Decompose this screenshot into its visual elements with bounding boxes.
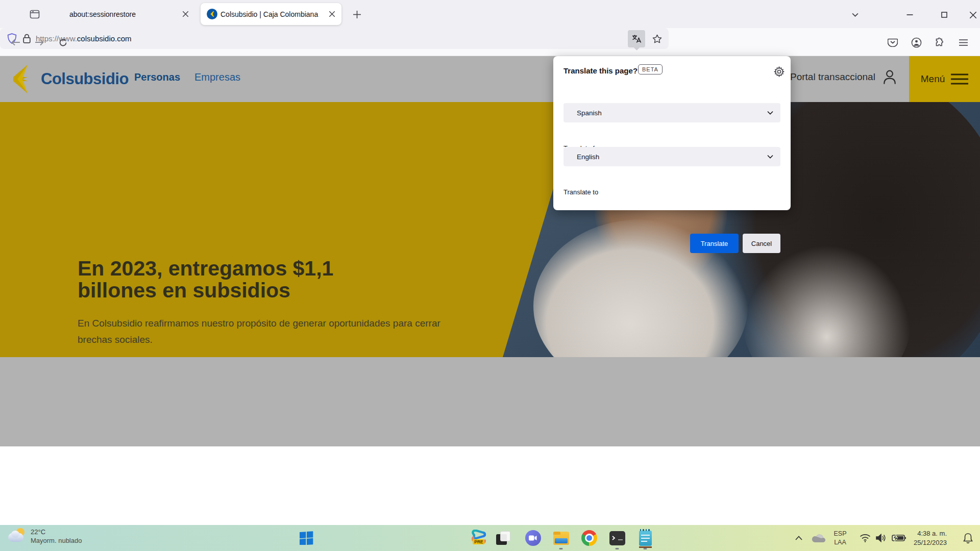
translate-to-label: Translate to: [564, 188, 598, 196]
menu-icon[interactable]: [955, 35, 971, 50]
clock-time: 4:38 a. m.: [917, 529, 947, 538]
weather-text: 22°C Mayorm. nublado: [31, 528, 82, 545]
menu-button[interactable]: Menú: [909, 56, 980, 102]
onedrive-icon[interactable]: [809, 525, 827, 551]
tab-title: Colsubsidio | Caja Colombiana: [220, 10, 323, 18]
lock-icon[interactable]: [23, 34, 31, 43]
nav-personas[interactable]: Personas: [134, 71, 180, 83]
logo-text: Colsubsidio: [41, 70, 129, 88]
translate-from-select[interactable]: Spanish: [564, 103, 780, 122]
taskbar-clock[interactable]: 4:38 a. m. 25/12/2023: [914, 525, 947, 551]
browser-tab-bar: about:sessionrestore Colsubsidio | Caja …: [0, 0, 980, 28]
account-icon[interactable]: [909, 35, 924, 50]
translate-popup: Translate this page? BETA Translate from…: [553, 56, 791, 210]
tray-chevron-up-icon[interactable]: [790, 525, 807, 551]
lang-line1: ESP: [834, 530, 846, 538]
close-window-icon[interactable]: [966, 8, 980, 21]
back-icon[interactable]: [8, 35, 23, 50]
weather-widget[interactable]: 22°C Mayorm. nublado: [7, 527, 82, 546]
hero-body: En Colsubsidio reafirmamos nuestro propó…: [78, 315, 450, 348]
teams-chat-icon[interactable]: [522, 525, 544, 551]
hero-banner: En 2023, entregamos $1,1billones en subs…: [0, 102, 980, 357]
notepad-icon[interactable]: [634, 525, 656, 551]
translate-icon[interactable]: [628, 30, 645, 47]
url-bar[interactable]: https://www.colsubsidio.com: [0, 28, 669, 49]
popup-title: Translate this page?: [564, 66, 638, 75]
taskbar: 22°C Mayorm. nublado 1 Buscar PRE: [0, 525, 980, 551]
weather-desc: Mayorm. nublado: [31, 537, 82, 545]
running-indicator: [644, 548, 647, 550]
running-indicator: [559, 548, 563, 550]
portal-label: Portal transaccional: [790, 71, 875, 83]
language-indicator[interactable]: ESP LAA: [830, 525, 850, 551]
volume-icon[interactable]: [873, 525, 890, 551]
chrome-icon[interactable]: [578, 525, 600, 551]
nav-empresas[interactable]: Empresas: [194, 71, 240, 83]
cookie-banner: De acuerdo con nuestra Política de Priva…: [0, 446, 980, 525]
star-icon[interactable]: [648, 30, 666, 47]
weather-icon: [7, 527, 27, 546]
close-icon[interactable]: [180, 9, 191, 20]
lang-line2: LAA: [834, 538, 846, 546]
tab-inactive[interactable]: about:sessionrestore: [55, 3, 196, 25]
tab-list-icon[interactable]: [848, 8, 862, 21]
pocket-icon[interactable]: [885, 35, 900, 50]
firefox-view-icon[interactable]: [28, 8, 41, 21]
battery-icon[interactable]: [889, 525, 909, 551]
cancel-button[interactable]: Cancel: [743, 234, 780, 253]
hero-headline: En 2023, entregamos $1,1billones en subs…: [78, 258, 333, 302]
tab-active[interactable]: Colsubsidio | Caja Colombiana: [201, 3, 341, 25]
start-button[interactable]: [295, 525, 317, 551]
clock-date: 25/12/2023: [914, 538, 947, 547]
from-value: Spanish: [577, 109, 602, 117]
running-indicator: [616, 548, 619, 550]
weather-temp: 22°C: [31, 528, 82, 537]
minimize-icon[interactable]: [902, 8, 917, 21]
translate-button[interactable]: Translate: [690, 234, 739, 253]
maximize-icon[interactable]: [937, 8, 951, 21]
colsubsidio-logo[interactable]: Colsubsidio: [10, 65, 129, 93]
bell-icon[interactable]: [959, 525, 977, 551]
translate-to-select[interactable]: English: [564, 147, 780, 166]
file-explorer-icon[interactable]: [550, 525, 572, 551]
snap-windows-icon[interactable]: [492, 525, 514, 551]
reload-icon[interactable]: [55, 35, 70, 50]
url-text[interactable]: https://www.colsubsidio.com: [36, 34, 628, 43]
forward-icon[interactable]: [32, 35, 47, 50]
terminal-icon[interactable]: [606, 525, 628, 551]
portal-transaccional[interactable]: Portal transaccional: [790, 69, 897, 85]
new-tab-icon[interactable]: [350, 8, 363, 21]
chevron-down-icon: [767, 155, 773, 159]
site-favicon: [207, 9, 217, 19]
extensions-icon[interactable]: [932, 35, 947, 50]
site-header: Colsubsidio Personas Empresas Portal tra…: [0, 56, 980, 102]
tab-title: about:sessionrestore: [69, 10, 177, 18]
gear-icon[interactable]: [772, 64, 786, 79]
user-icon: [883, 69, 897, 85]
section-tabs: ¿Qué ofrecemos? Resuelve tus necesidades…: [0, 357, 980, 446]
wifi-icon[interactable]: [856, 525, 874, 551]
beta-badge: BETA: [638, 64, 663, 74]
close-icon[interactable]: [326, 9, 337, 20]
to-value: English: [577, 153, 599, 161]
screen: about:sessionrestore Colsubsidio | Caja …: [0, 0, 980, 551]
copilot-pre-badge: PRE: [473, 539, 484, 544]
copilot-icon[interactable]: PRE: [468, 525, 490, 551]
chevron-down-icon: [767, 111, 773, 115]
browser-toolbar: https://www.colsubsidio.com: [0, 28, 980, 56]
menu-label: Menú: [921, 73, 945, 85]
logo-chevron-icon: [10, 65, 37, 93]
hamburger-icon: [951, 73, 968, 85]
